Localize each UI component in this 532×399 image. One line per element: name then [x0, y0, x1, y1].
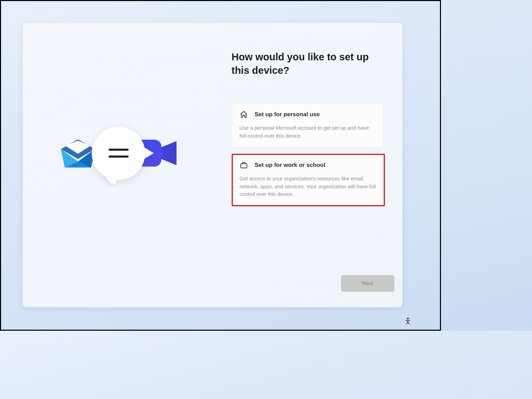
accessibility-icon	[404, 317, 412, 326]
chat-line	[109, 149, 129, 151]
option-title: Set up for personal use	[255, 111, 320, 118]
option-personal-use[interactable]: Set up for personal use Use a personal M…	[232, 103, 383, 148]
page-title: How would you like to set up this device…	[232, 50, 389, 77]
briefcase-icon	[240, 161, 248, 169]
option-work-school[interactable]: Set up for work or school Get access to …	[232, 154, 385, 206]
option-header: Set up for personal use	[240, 110, 375, 119]
content-pane: How would you like to set up this device…	[213, 23, 403, 307]
option-description: Get access to your organization's resour…	[240, 175, 377, 198]
option-description: Use a personal Microsoft account to get …	[240, 124, 375, 140]
option-title: Set up for work or school	[255, 162, 325, 169]
next-button[interactable]: Next	[341, 275, 394, 292]
chat-bubble-icon	[92, 127, 145, 180]
svg-point-8	[407, 318, 409, 319]
hero-pane	[23, 23, 213, 307]
chat-line	[109, 156, 129, 158]
hero-illustration	[57, 120, 178, 189]
accessibility-button[interactable]	[402, 315, 414, 328]
home-icon	[240, 110, 248, 119]
setup-card: How would you like to set up this device…	[23, 23, 402, 307]
option-header: Set up for work or school	[240, 161, 377, 169]
svg-rect-7	[241, 164, 247, 168]
